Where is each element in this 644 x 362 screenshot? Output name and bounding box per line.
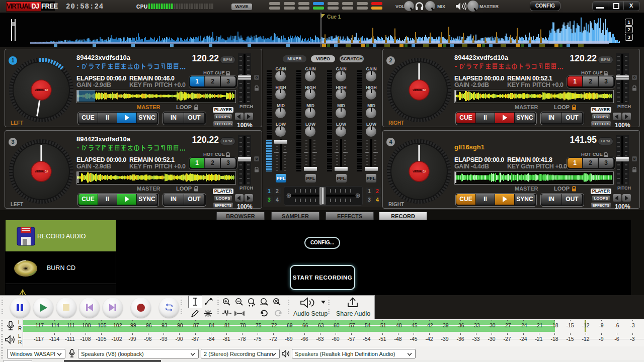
svg-text:VIRTUALDJ: VIRTUALDJ [35,89,48,92]
svg-text:VIRTUALDJ: VIRTUALDJ [35,170,48,173]
svg-text:+: + [357,194,359,198]
svg-text:+: + [288,194,290,198]
svg-text:VIRTUALDJ: VIRTUALDJ [413,170,426,173]
svg-text:VIRTUALDJ: VIRTUALDJ [413,89,426,92]
